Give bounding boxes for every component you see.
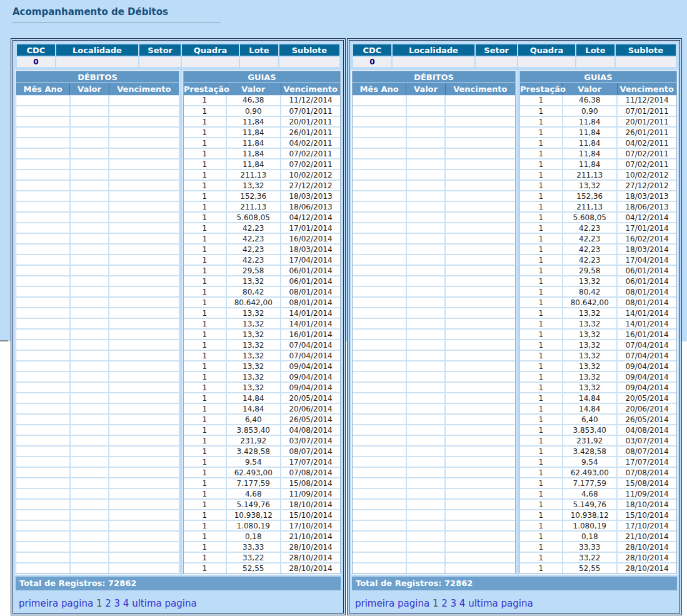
guias-vencimento-cell: 17/04/2014 [617,255,676,265]
debitos-empty-cell [109,127,179,138]
debitos-empty-cell [406,350,445,361]
page-link-2[interactable]: 2 [105,598,111,609]
debitos-empty-cell [406,265,445,276]
guias-row: 111,8407/02/2011 [184,148,340,159]
last-page-link[interactable]: ultima pagina [468,598,533,609]
debitos-row [16,201,179,212]
debitos-empty-cell [406,159,445,169]
guias-valor-cell: 13,32 [226,318,281,329]
guias-prestacao-cell: 1 [520,425,563,435]
debitos-table: DÉBITOS Mês AnoValorVencimento [352,71,516,574]
page-link-2[interactable]: 2 [441,598,448,609]
guias-prestacao-cell: 1 [184,159,226,169]
guias-valor-cell: 0,90 [563,106,618,116]
page-link-4[interactable]: 4 [123,598,129,609]
debitos-empty-cell [16,457,70,467]
cdc-column-header: Quadra [182,44,239,56]
guias-vencimento-cell: 17/01/2014 [617,223,676,233]
guias-vencimento-cell: 09/04/2014 [281,382,340,393]
debitos-empty-cell [445,180,515,191]
guias-row: 142,2317/01/2014 [184,223,340,233]
debitos-empty-cell [445,520,515,531]
debitos-empty-cell [16,382,70,393]
debitos-empty-cell [16,340,70,350]
debitos-row [16,510,179,520]
debitos-empty-cell [406,446,445,457]
cdc-value-cell [182,57,239,67]
current-page-number: 1 [96,598,103,609]
page-link-4[interactable]: 4 [459,598,466,609]
pagination: primeira pagina 1 2 3 4 ultima pagina [16,598,341,610]
debitos-empty-cell [445,223,515,233]
page-link-3[interactable]: 3 [114,598,121,609]
debitos-empty-cell [70,478,109,488]
guias-valor-cell: 13,32 [226,382,281,393]
debitos-row [16,180,179,191]
guias-row: 111,8407/02/2011 [520,159,676,169]
guias-prestacao-cell: 1 [184,233,226,244]
debitos-empty-cell [16,265,70,276]
title-underline [13,22,221,23]
guias-prestacao-cell: 1 [520,106,563,116]
debitos-empty-cell [109,191,179,201]
guias-row: 11.080,1917/10/2014 [184,520,340,531]
debitos-empty-cell [16,403,70,414]
guias-vencimento-cell: 09/04/2014 [281,361,340,371]
debitos-empty-cell [445,467,515,478]
guias-column-header: Valor [226,83,281,95]
debitos-empty-cell [16,244,70,255]
guias-row: 113,3209/04/2014 [184,361,340,371]
debitos-empty-cell [353,488,406,499]
guias-vencimento-cell: 14/01/2014 [281,308,340,318]
guias-prestacao-cell: 1 [184,520,226,531]
debitos-empty-cell [406,361,445,371]
guias-prestacao-cell: 1 [520,350,563,361]
guias-row: 113,3206/01/2014 [184,276,340,286]
guias-row: 133,2228/10/2014 [184,552,340,563]
debitos-row [16,138,179,148]
last-page-link[interactable]: ultima pagina [132,598,196,609]
guias-prestacao-cell: 1 [184,223,226,233]
guias-row: 10,9007/01/2011 [520,106,676,116]
property-header-row: CDCLocalidadeSetorQuadraLoteSublote [353,44,676,56]
cdc-value-cell: 0 [353,57,391,67]
guias-vencimento-cell: 20/06/2014 [281,403,340,414]
debitos-empty-cell [109,169,179,180]
debitos-column-header: Valor [70,83,109,95]
debitos-empty-cell [109,499,179,510]
guias-prestacao-cell: 1 [184,329,226,340]
first-page-link[interactable]: primeira pagina [19,598,93,609]
guias-prestacao-cell: 1 [184,116,226,127]
page-link-3[interactable]: 3 [451,598,457,609]
debitos-empty-cell [406,169,445,180]
guias-prestacao-cell: 1 [184,255,226,265]
debitos-empty-cell [445,201,515,212]
debitos-empty-cell [70,308,109,318]
first-page-link[interactable]: primeira pagina [355,598,429,609]
debitos-row [16,286,179,297]
guias-valor-cell: 10.938,12 [226,510,281,520]
guias-row: 1231,9203/07/2014 [184,435,340,446]
guias-prestacao-cell: 1 [520,563,563,573]
debitos-empty-cell [445,425,515,435]
guias-prestacao-cell: 1 [184,382,226,393]
debitos-empty-cell [406,286,445,297]
guias-vencimento-cell: 18/06/2013 [617,201,676,212]
guias-prestacao-cell: 1 [520,159,563,169]
debitos-empty-cell [445,350,515,361]
guias-valor-cell: 42,23 [563,244,618,255]
debitos-empty-cell [109,467,179,478]
guias-vencimento-cell: 15/08/2014 [281,478,340,488]
guias-row: 142,2316/02/2014 [520,233,676,244]
debitos-empty-cell [70,520,109,531]
debitos-row [16,233,179,244]
debitos-row [16,127,179,138]
guias-vencimento-cell: 26/05/2014 [617,414,676,425]
debitos-row [16,350,179,361]
guias-vencimento-cell: 17/07/2014 [617,457,676,467]
debitos-row [353,95,515,106]
guias-row: 113,3207/04/2014 [520,340,676,350]
guias-row: 162.493,0007/08/2014 [184,467,340,478]
guias-valor-cell: 13,32 [226,340,281,350]
debitos-empty-cell [406,531,445,542]
